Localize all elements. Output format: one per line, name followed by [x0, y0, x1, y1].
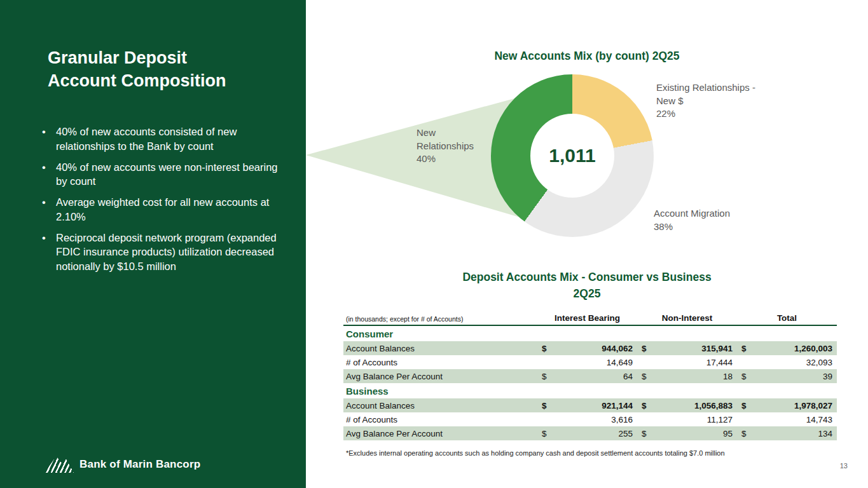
- row-value-cell: 11,127: [637, 415, 737, 424]
- bullet-text: Reciprocal deposit network program (expa…: [56, 231, 285, 274]
- row-value-cell: $315,941: [637, 344, 737, 353]
- currency-symbol: $: [642, 401, 647, 410]
- currency-symbol: $: [542, 429, 547, 438]
- table-units-note: (in thousands; except for # of Accounts): [343, 315, 537, 323]
- donut-hole: 1,011: [530, 114, 614, 198]
- currency-symbol: $: [642, 429, 647, 438]
- cell-value: 315,941: [701, 344, 733, 353]
- table-row: # of Accounts14,64917,44432,093: [343, 355, 837, 369]
- cell-value: 1,260,003: [794, 344, 832, 353]
- currency-symbol: $: [542, 372, 547, 381]
- table-row: Avg Balance Per Account$64$18$39: [343, 369, 837, 383]
- table-header-row: (in thousands; except for # of Accounts)…: [343, 310, 837, 326]
- bank-logo: Bank of Marin Bancorp: [45, 456, 200, 473]
- deposit-table: (in thousands; except for # of Accounts)…: [343, 310, 837, 440]
- slide: Granular Deposit Account Composition • 4…: [0, 0, 868, 488]
- row-value-cell: $18: [637, 372, 737, 381]
- slide-title: Granular Deposit Account Composition: [48, 47, 270, 92]
- segment-label-existing-relationships: Existing Relationships - New $ 22%: [656, 81, 777, 121]
- cell-value: 3,616: [611, 415, 633, 424]
- row-label: Account Balances: [343, 344, 537, 353]
- bullet-icon: •: [42, 160, 56, 189]
- cell-value: 14,743: [806, 415, 832, 424]
- list-item: • 40% of new accounts were non-interest …: [42, 160, 285, 189]
- row-label: Avg Balance Per Account: [343, 429, 537, 438]
- donut-center-value: 1,011: [549, 145, 595, 166]
- table-row: # of Accounts3,61611,12714,743: [343, 412, 837, 426]
- bullet-text: Average weighted cost for all new accoun…: [56, 195, 285, 224]
- column-header-total: Total: [737, 313, 837, 323]
- row-label: # of Accounts: [343, 358, 537, 367]
- currency-symbol: $: [741, 372, 747, 381]
- donut-chart-title: New Accounts Mix (by count) 2Q25: [306, 50, 868, 63]
- row-label: Avg Balance Per Account: [343, 372, 537, 381]
- list-item: • Reciprocal deposit network program (ex…: [42, 231, 285, 274]
- cell-value: 1,978,027: [794, 401, 832, 410]
- cell-value: 1,056,883: [694, 401, 733, 410]
- bullet-text: 40% of new accounts consisted of new rel…: [56, 125, 285, 154]
- table-title: Deposit Accounts Mix - Consumer vs Busin…: [306, 269, 868, 302]
- deposit-table-body: ConsumerAccount Balances$944,062$315,941…: [343, 326, 837, 440]
- bullet-icon: •: [42, 195, 56, 224]
- cell-value: 944,062: [602, 344, 633, 353]
- currency-symbol: $: [642, 372, 647, 381]
- cell-value: 32,093: [806, 358, 832, 367]
- row-value-cell: $39: [737, 372, 837, 381]
- row-value-cell: $1,260,003: [737, 344, 837, 353]
- row-value-cell: $1,978,027: [737, 401, 837, 410]
- currency-symbol: $: [642, 344, 647, 353]
- mountain-logo-icon: [45, 456, 74, 473]
- row-value-cell: $1,056,883: [637, 401, 737, 410]
- row-value-cell: 14,649: [537, 358, 637, 367]
- row-value-cell: $944,062: [537, 344, 637, 353]
- row-value-cell: 17,444: [637, 358, 737, 367]
- cell-value: 64: [623, 372, 633, 381]
- currency-symbol: $: [542, 344, 547, 353]
- sidebar: Granular Deposit Account Composition • 4…: [0, 0, 306, 488]
- donut-ring: 1,011: [491, 74, 654, 237]
- row-label: # of Accounts: [343, 415, 537, 424]
- currency-symbol: $: [741, 429, 747, 438]
- cell-value: 18: [723, 372, 733, 381]
- cell-value: 255: [618, 429, 633, 438]
- column-header-interest-bearing: Interest Bearing: [537, 313, 637, 323]
- table-section-business: Business: [343, 383, 837, 398]
- cell-value: 921,144: [602, 401, 633, 410]
- row-value-cell: $255: [537, 429, 637, 438]
- page-number: 13: [840, 462, 848, 470]
- cell-value: 11,127: [707, 415, 733, 424]
- row-value-cell: 3,616: [537, 415, 637, 424]
- row-value-cell: $64: [537, 372, 637, 381]
- row-value-cell: $921,144: [537, 401, 637, 410]
- table-row: Avg Balance Per Account$255$95$134: [343, 426, 837, 440]
- table-section-consumer: Consumer: [343, 326, 837, 341]
- row-value-cell: 14,743: [737, 415, 837, 424]
- table-row: Account Balances$921,144$1,056,883$1,978…: [343, 398, 837, 412]
- list-item: • 40% of new accounts consisted of new r…: [42, 125, 285, 154]
- bullet-text: 40% of new accounts were non-interest be…: [56, 160, 285, 189]
- cell-value: 17,444: [706, 358, 733, 367]
- column-header-non-interest: Non-Interest: [637, 313, 737, 323]
- currency-symbol: $: [741, 401, 747, 410]
- cell-value: 14,649: [607, 358, 633, 367]
- logo-text: Bank of Marin Bancorp: [79, 458, 200, 471]
- table-row: Account Balances$944,062$315,941$1,260,0…: [343, 341, 837, 355]
- row-value-cell: $134: [737, 429, 837, 438]
- row-value-cell: 32,093: [737, 358, 837, 367]
- row-label: Account Balances: [343, 401, 537, 410]
- bullet-list: • 40% of new accounts consisted of new r…: [42, 125, 285, 280]
- currency-symbol: $: [542, 401, 547, 410]
- bullet-icon: •: [42, 231, 56, 274]
- footnote: *Excludes internal operating accounts su…: [346, 449, 725, 457]
- bullet-icon: •: [42, 125, 56, 154]
- cell-value: 134: [818, 429, 832, 438]
- currency-symbol: $: [741, 344, 747, 353]
- row-value-cell: $95: [637, 429, 737, 438]
- cell-value: 95: [723, 429, 733, 438]
- segment-label-account-migration: Account Migration 38%: [654, 207, 768, 233]
- cell-value: 39: [823, 372, 832, 381]
- segment-label-new-relationships: New Relationships 40%: [417, 126, 493, 166]
- list-item: • Average weighted cost for all new acco…: [42, 195, 285, 224]
